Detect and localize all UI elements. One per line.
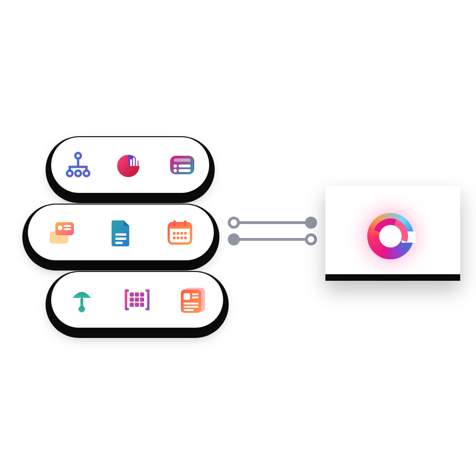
svg-rect-5 <box>130 159 132 166</box>
svg-rect-39 <box>140 292 144 297</box>
svg-rect-7 <box>136 156 138 166</box>
svg-rect-6 <box>133 158 135 166</box>
list-card-icon <box>166 149 198 181</box>
svg-point-29 <box>180 232 183 235</box>
svg-point-27 <box>173 232 176 235</box>
svg-point-30 <box>184 232 187 235</box>
svg-point-34 <box>184 237 187 239</box>
svg-point-28 <box>177 232 179 235</box>
svg-rect-41 <box>135 298 139 302</box>
svg-rect-24 <box>169 223 191 229</box>
svg-rect-21 <box>115 238 126 240</box>
svg-rect-40 <box>130 298 134 302</box>
cloud-destination <box>325 186 460 279</box>
icon-row-3 <box>51 272 223 328</box>
svg-point-2 <box>75 171 81 176</box>
sync-connector <box>228 214 316 251</box>
svg-rect-52 <box>184 306 198 308</box>
grid-brackets-icon <box>121 284 153 316</box>
svg-rect-37 <box>130 292 134 297</box>
svg-point-33 <box>180 237 183 239</box>
svg-rect-14 <box>178 169 191 172</box>
svg-point-32 <box>177 237 179 239</box>
svg-point-17 <box>58 225 62 230</box>
svg-point-13 <box>174 169 177 172</box>
icon-row-2 <box>28 205 214 260</box>
svg-point-1 <box>67 171 73 176</box>
svg-point-11 <box>174 165 177 168</box>
svg-rect-12 <box>178 165 191 167</box>
svg-rect-26 <box>184 220 186 226</box>
svg-point-3 <box>84 171 89 176</box>
svg-rect-22 <box>115 242 123 244</box>
news-article-icon <box>177 284 209 316</box>
svg-rect-50 <box>192 297 198 298</box>
integration-diagram <box>0 0 476 476</box>
svg-rect-20 <box>115 233 126 236</box>
document-icon <box>105 216 137 249</box>
svg-point-31 <box>173 237 176 239</box>
svg-rect-45 <box>140 303 144 307</box>
id-cards-icon <box>46 216 78 249</box>
c-ring-logo-icon <box>367 213 414 259</box>
pie-bar-chart-icon <box>114 149 146 181</box>
svg-rect-51 <box>184 303 198 304</box>
svg-rect-10 <box>174 159 191 162</box>
svg-rect-43 <box>130 303 134 307</box>
svg-rect-25 <box>173 220 176 226</box>
svg-rect-49 <box>192 293 198 295</box>
svg-rect-18 <box>64 225 71 227</box>
svg-rect-38 <box>135 292 139 297</box>
org-chart-icon <box>62 149 94 181</box>
lamp-icon <box>66 284 98 316</box>
calendar-icon <box>164 216 196 249</box>
svg-point-36 <box>79 306 85 312</box>
icon-row-1 <box>51 137 209 193</box>
svg-rect-42 <box>140 298 144 302</box>
svg-rect-53 <box>184 309 194 311</box>
svg-rect-19 <box>64 228 71 230</box>
svg-rect-48 <box>184 293 190 300</box>
svg-rect-8 <box>139 160 140 166</box>
svg-rect-44 <box>135 303 139 307</box>
